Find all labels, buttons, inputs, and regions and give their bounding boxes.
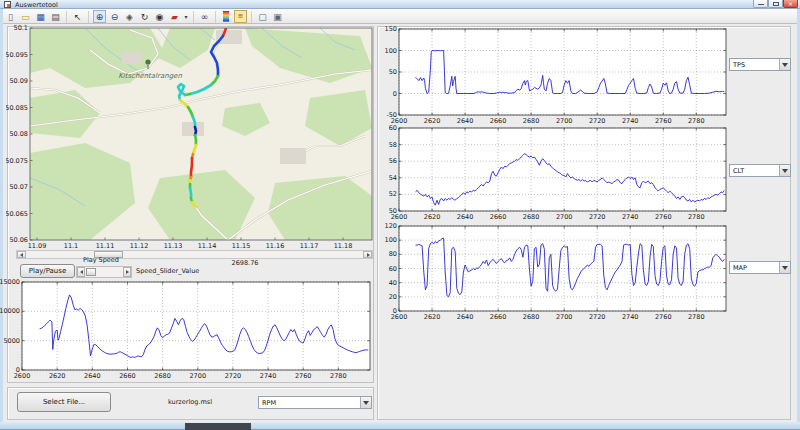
- svg-text:2700: 2700: [556, 213, 573, 220]
- svg-text:11.18: 11.18: [334, 242, 353, 250]
- toolbar-separator: [66, 11, 67, 23]
- svg-text:2720: 2720: [589, 313, 606, 320]
- svg-text:50.065: 50.065: [6, 210, 28, 218]
- svg-text:2780: 2780: [688, 213, 705, 220]
- edit-plot-icon[interactable]: ↖: [71, 10, 84, 23]
- insert-colorbar-icon[interactable]: [223, 11, 229, 22]
- svg-text:2780: 2780: [330, 372, 347, 380]
- svg-text:0: 0: [393, 307, 397, 315]
- link-plot-icon[interactable]: ∞: [198, 10, 211, 23]
- map-scrollbar[interactable]: [16, 250, 373, 259]
- map-tiles: Kitschentalrangen: [30, 24, 372, 240]
- tps-channel-select[interactable]: TPS: [729, 58, 791, 71]
- tps-chart[interactable]: 2600262026402660268027002720274027602780…: [378, 24, 728, 124]
- svg-text:20: 20: [389, 293, 397, 301]
- current-time-value: 2698.76: [215, 259, 275, 267]
- svg-text:2620: 2620: [424, 213, 441, 220]
- clt-channel-value: CLT: [733, 167, 744, 175]
- svg-text:11.16: 11.16: [266, 242, 285, 250]
- svg-text:2780: 2780: [688, 313, 705, 320]
- svg-text:50.095: 50.095: [6, 51, 28, 59]
- clt-chart[interactable]: 2600262026402660268027002720274027602780…: [378, 123, 728, 220]
- close-button[interactable]: ×: [783, 0, 798, 8]
- residential-area: [182, 122, 204, 136]
- data-cursor-icon[interactable]: ◉: [153, 10, 166, 23]
- speed-slider-thumb[interactable]: [86, 268, 96, 276]
- svg-text:2660: 2660: [490, 313, 507, 320]
- toolbar-separator: [215, 11, 216, 23]
- map-channel-value: MAP: [733, 264, 747, 272]
- dropdown-arrow-icon[interactable]: [779, 262, 790, 273]
- gps-map-axes[interactable]: Kitschentalrangen11.0911.111.1111.1211.1…: [6, 24, 376, 254]
- title-bar[interactable]: Auswertetool ×: [0, 0, 800, 9]
- residential-area: [280, 148, 306, 164]
- print-icon[interactable]: ▤: [49, 10, 62, 23]
- svg-text:11.12: 11.12: [130, 242, 149, 250]
- svg-text:50.09: 50.09: [9, 77, 28, 85]
- map-channel-select[interactable]: MAP: [729, 261, 791, 274]
- svg-text:11.15: 11.15: [232, 242, 251, 250]
- svg-text:2620: 2620: [49, 372, 66, 380]
- svg-text:11.09: 11.09: [28, 242, 47, 250]
- rotate-3d-icon[interactable]: ↻: [138, 10, 151, 23]
- clt-channel-select[interactable]: CLT: [729, 164, 791, 177]
- rpm-chart[interactable]: 2600262026402660268027002720274027602780…: [0, 276, 378, 380]
- maximize-button[interactable]: [768, 0, 783, 8]
- map-pressure-chart[interactable]: 2600262026402660268027002720274027602780…: [378, 221, 728, 320]
- bottom-channel-select[interactable]: RPM: [258, 396, 372, 409]
- svg-text:2760: 2760: [295, 372, 312, 380]
- app-window: Auswertetool × ▯▭▦▤↖⊕⊖◈↻◉▰▾∞≡▢▣ Kitschen…: [0, 0, 800, 430]
- svg-text:50: 50: [389, 68, 397, 76]
- svg-text:150: 150: [385, 25, 397, 33]
- forest-area: [268, 176, 372, 240]
- svg-text:2640: 2640: [457, 313, 474, 320]
- map-scrollbar-left-arrow-icon[interactable]: [17, 251, 26, 258]
- tree-icon: [145, 59, 150, 64]
- speed-slider-value-label: Speed_Slider_Value: [136, 267, 199, 275]
- svg-text:11.1: 11.1: [64, 242, 78, 250]
- minimize-button[interactable]: [753, 0, 768, 8]
- toolbar-separator: [193, 11, 194, 23]
- new-figure-icon[interactable]: ▯: [4, 10, 17, 23]
- svg-text:2680: 2680: [154, 372, 171, 380]
- svg-text:40: 40: [389, 279, 397, 287]
- svg-text:5000: 5000: [3, 337, 20, 345]
- svg-text:54: 54: [389, 174, 397, 182]
- svg-text:2640: 2640: [457, 213, 474, 220]
- svg-text:11.17: 11.17: [300, 242, 319, 250]
- toolbar-separator: [251, 11, 252, 23]
- svg-text:120: 120: [385, 222, 397, 230]
- svg-text:2700: 2700: [189, 372, 206, 380]
- brush-icon[interactable]: ▰: [168, 10, 181, 23]
- svg-text:58: 58: [389, 141, 397, 149]
- svg-text:50.1: 50.1: [14, 24, 28, 32]
- open-file-icon[interactable]: ▭: [19, 10, 32, 23]
- svg-text:15000: 15000: [0, 278, 20, 286]
- svg-text:2660: 2660: [490, 213, 507, 220]
- select-file-button[interactable]: Select File...: [17, 392, 111, 412]
- pan-icon[interactable]: ◈: [123, 10, 136, 23]
- svg-text:50.06: 50.06: [9, 236, 28, 244]
- residential-area: [122, 52, 142, 64]
- dropdown-arrow-icon[interactable]: [779, 59, 790, 70]
- svg-text:2740: 2740: [260, 372, 277, 380]
- map-scrollbar-right-arrow-icon[interactable]: [363, 251, 372, 258]
- svg-text:-50: -50: [386, 111, 397, 119]
- show-plot-tools-icon[interactable]: ▣: [271, 10, 284, 23]
- save-icon[interactable]: ▦: [34, 10, 47, 23]
- zoom-in-icon[interactable]: ⊕: [93, 10, 106, 23]
- svg-text:52: 52: [389, 190, 397, 198]
- dropdown-arrow-icon[interactable]: [360, 397, 371, 408]
- svg-text:2740: 2740: [622, 213, 639, 220]
- insert-legend-icon[interactable]: ≡: [234, 10, 247, 23]
- svg-text:11.11: 11.11: [96, 242, 115, 250]
- zoom-out-icon[interactable]: ⊖: [108, 10, 121, 23]
- bottom-channel-value: RPM: [262, 399, 276, 407]
- toolbar-separator: [88, 11, 89, 23]
- svg-text:11.14: 11.14: [198, 242, 217, 250]
- svg-text:2740: 2740: [622, 313, 639, 320]
- brush-dropdown-caret[interactable]: ▾: [183, 10, 189, 23]
- dropdown-arrow-icon[interactable]: [779, 165, 790, 176]
- svg-text:10000: 10000: [0, 307, 20, 315]
- hide-plot-tools-icon[interactable]: ▢: [256, 10, 269, 23]
